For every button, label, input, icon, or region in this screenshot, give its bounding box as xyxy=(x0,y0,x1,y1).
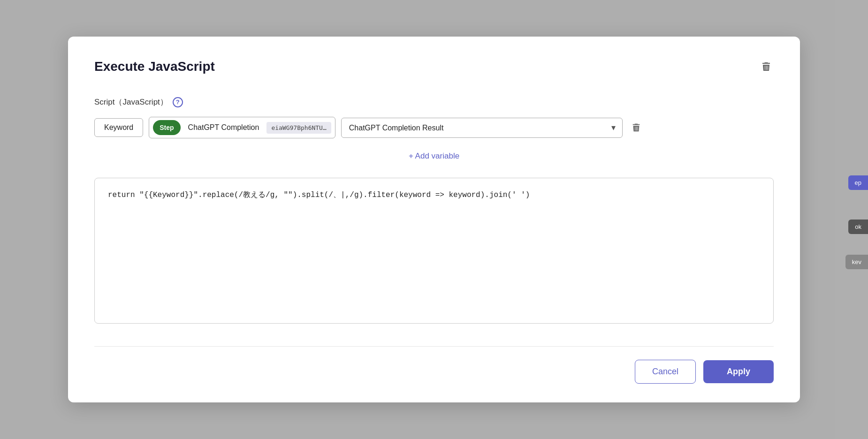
add-variable-button[interactable]: + Add variable xyxy=(409,148,459,165)
cancel-button[interactable]: Cancel xyxy=(635,360,696,384)
row-trash-icon xyxy=(631,122,641,133)
section-label: Script（JavaScript） xyxy=(94,97,168,107)
modal-header: Execute JavaScript xyxy=(94,59,774,74)
code-editor[interactable] xyxy=(94,178,774,324)
help-icon[interactable]: ? xyxy=(173,97,183,107)
step-chip-container: Step ChatGPT Completion eiaWG97Bph6NTU… xyxy=(149,117,335,138)
trash-icon xyxy=(761,61,772,72)
delete-button[interactable] xyxy=(759,59,774,74)
step-name: ChatGPT Completion xyxy=(184,123,263,132)
variable-row: Keyword Step ChatGPT Completion eiaWG97B… xyxy=(94,117,774,138)
peek-kev: kev xyxy=(845,255,868,269)
modal-footer: Cancel Apply xyxy=(94,346,774,384)
keyword-box: Keyword xyxy=(94,118,143,137)
result-dropdown-container: ChatGPT Completion Result ▾ xyxy=(341,118,623,138)
modal-overlay: ep ok kev Execute JavaScript Script（Java… xyxy=(0,0,868,439)
peek-ok: ok xyxy=(848,220,868,234)
step-badge: Step xyxy=(153,120,180,135)
modal-title: Execute JavaScript xyxy=(94,59,215,74)
row-delete-button[interactable] xyxy=(628,121,644,135)
peek-step: ep xyxy=(848,175,868,190)
result-dropdown[interactable]: ChatGPT Completion Result xyxy=(342,118,622,137)
step-id-badge: eiaWG97Bph6NTU… xyxy=(266,122,331,134)
execute-javascript-modal: Execute JavaScript Script（JavaScript） ? … xyxy=(68,37,800,402)
apply-button[interactable]: Apply xyxy=(703,360,774,383)
section-label-row: Script（JavaScript） ? xyxy=(94,97,774,107)
